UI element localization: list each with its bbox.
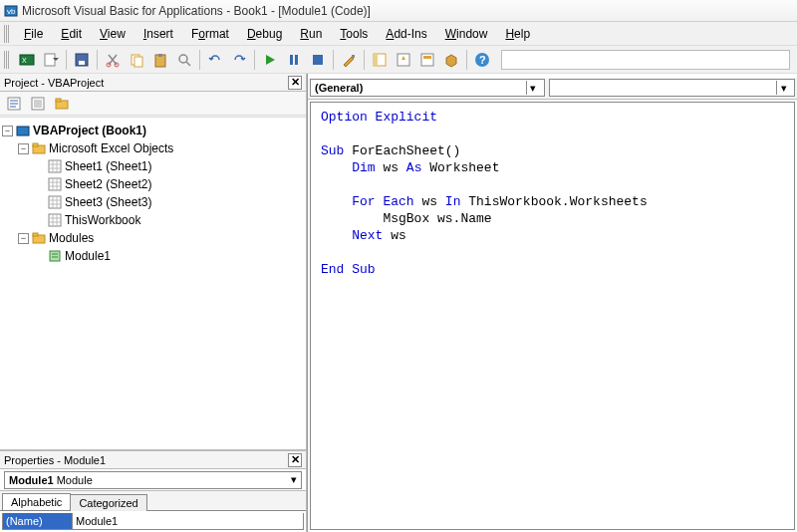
tree-excel-objects[interactable]: − Microsoft Excel Objects: [2, 139, 304, 157]
property-row-name[interactable]: (Name) Module1: [3, 513, 303, 529]
menu-window[interactable]: Window: [437, 25, 496, 43]
redo-button[interactable]: [228, 49, 250, 71]
undo-button[interactable]: [204, 49, 226, 71]
search-input[interactable]: [501, 50, 790, 70]
project-toolbar: [0, 92, 306, 116]
folder-icon: [32, 231, 46, 245]
svg-text:X: X: [22, 57, 27, 64]
find-button[interactable]: [173, 49, 195, 71]
menu-run[interactable]: Run: [292, 25, 330, 43]
svg-text:vb: vb: [7, 7, 16, 16]
vba-project-icon: [16, 124, 30, 137]
svg-rect-10: [134, 57, 142, 67]
toolbar-handle[interactable]: [4, 51, 10, 69]
project-tree[interactable]: − VBAProject (Book1) − Microsoft Excel O…: [0, 118, 306, 450]
tree-thisworkbook[interactable]: ThisWorkbook: [2, 211, 304, 229]
properties-panel-header: Properties - Module1 ✕: [0, 451, 306, 469]
project-panel-header: Project - VBAProject ✕: [0, 74, 306, 92]
procedure-dropdown[interactable]: ▾: [549, 79, 795, 97]
help-button[interactable]: ?: [471, 49, 493, 71]
menu-insert[interactable]: Insert: [135, 25, 181, 43]
svg-rect-36: [49, 214, 61, 226]
menu-bar: File Edit View Insert Format Debug Run T…: [0, 22, 797, 46]
svg-rect-35: [49, 196, 61, 208]
properties-panel-close[interactable]: ✕: [288, 453, 302, 467]
svg-rect-27: [34, 100, 42, 108]
object-dropdown[interactable]: (General) ▾: [310, 79, 545, 97]
title-bar: vb Microsoft Visual Basic for Applicatio…: [0, 0, 797, 22]
design-mode-button[interactable]: [338, 49, 360, 71]
menu-edit[interactable]: Edit: [53, 25, 90, 43]
tree-root[interactable]: − VBAProject (Book1): [2, 122, 304, 139]
insert-dropdown[interactable]: [40, 49, 62, 71]
svg-rect-34: [49, 178, 61, 190]
menu-file[interactable]: File: [16, 25, 51, 43]
code-header: (General) ▾ ▾: [308, 78, 797, 100]
folder-icon: [32, 141, 46, 155]
properties-window-button[interactable]: [393, 49, 414, 71]
search-box[interactable]: [501, 50, 790, 70]
copy-button[interactable]: [126, 49, 147, 71]
code-editor[interactable]: Option Explicit Sub ForEachSheet() Dim w…: [310, 102, 795, 530]
run-button[interactable]: [259, 49, 281, 71]
svg-rect-22: [423, 56, 431, 59]
property-value[interactable]: Module1: [73, 513, 303, 529]
view-code-button[interactable]: [4, 94, 24, 114]
collapse-icon[interactable]: −: [18, 143, 29, 154]
tab-alphabetic[interactable]: Alphabetic: [2, 493, 71, 510]
menu-handle[interactable]: [4, 25, 10, 43]
tab-categorized[interactable]: Categorized: [70, 494, 146, 511]
svg-rect-12: [158, 54, 162, 57]
properties-tabs: Alphabetic Categorized: [0, 491, 306, 511]
worksheet-icon: [48, 159, 62, 173]
collapse-icon[interactable]: −: [2, 126, 13, 136]
workbook-icon: [48, 213, 62, 227]
svg-rect-29: [56, 99, 61, 102]
tree-sheet3[interactable]: Sheet3 (Sheet3): [2, 193, 304, 211]
svg-rect-19: [374, 54, 378, 66]
svg-rect-32: [33, 143, 38, 146]
menu-format[interactable]: Format: [183, 25, 237, 43]
view-object-button[interactable]: [28, 94, 48, 114]
properties-grid[interactable]: (Name) Module1: [2, 513, 304, 530]
reset-button[interactable]: [307, 49, 329, 71]
break-button[interactable]: [283, 49, 305, 71]
svg-rect-33: [49, 160, 61, 172]
menu-view[interactable]: View: [92, 25, 133, 43]
chevron-down-icon: ▾: [526, 81, 540, 95]
toolbar: X ?: [0, 46, 797, 74]
cut-button[interactable]: [102, 49, 124, 71]
tree-sheet1[interactable]: Sheet1 (Sheet1): [2, 157, 304, 175]
tree-sheet2[interactable]: Sheet2 (Sheet2): [2, 175, 304, 193]
svg-rect-30: [17, 127, 29, 135]
svg-rect-6: [79, 61, 85, 65]
menu-addins[interactable]: Add-Ins: [378, 25, 434, 43]
collapse-icon[interactable]: −: [18, 233, 29, 244]
svg-rect-17: [352, 55, 355, 58]
save-button[interactable]: [71, 49, 93, 71]
menu-debug[interactable]: Debug: [239, 25, 290, 43]
properties-object-selector[interactable]: Module1 Module ▾: [0, 469, 306, 491]
chevron-down-icon: ▾: [776, 81, 790, 95]
chevron-down-icon: ▾: [291, 473, 297, 486]
project-explorer-button[interactable]: [369, 49, 391, 71]
tree-module1[interactable]: Module1: [2, 247, 304, 265]
paste-button[interactable]: [149, 49, 171, 71]
vba-app-icon: vb: [4, 4, 18, 18]
svg-rect-16: [313, 55, 323, 65]
object-browser-button[interactable]: [416, 49, 438, 71]
menu-tools[interactable]: Tools: [332, 25, 376, 43]
tree-modules-folder[interactable]: − Modules: [2, 229, 304, 247]
toolbox-button[interactable]: [440, 49, 462, 71]
project-panel-close[interactable]: ✕: [288, 76, 302, 90]
worksheet-icon: [48, 177, 62, 191]
project-panel-title: Project - VBAProject: [4, 77, 104, 89]
svg-rect-4: [45, 54, 55, 66]
window-title: Microsoft Visual Basic for Applications …: [22, 4, 371, 18]
toggle-folders-button[interactable]: [52, 94, 72, 114]
svg-rect-14: [290, 55, 293, 65]
view-excel-button[interactable]: X: [16, 49, 38, 71]
module-icon: [48, 249, 62, 263]
svg-rect-21: [421, 54, 433, 66]
menu-help[interactable]: Help: [497, 25, 538, 43]
